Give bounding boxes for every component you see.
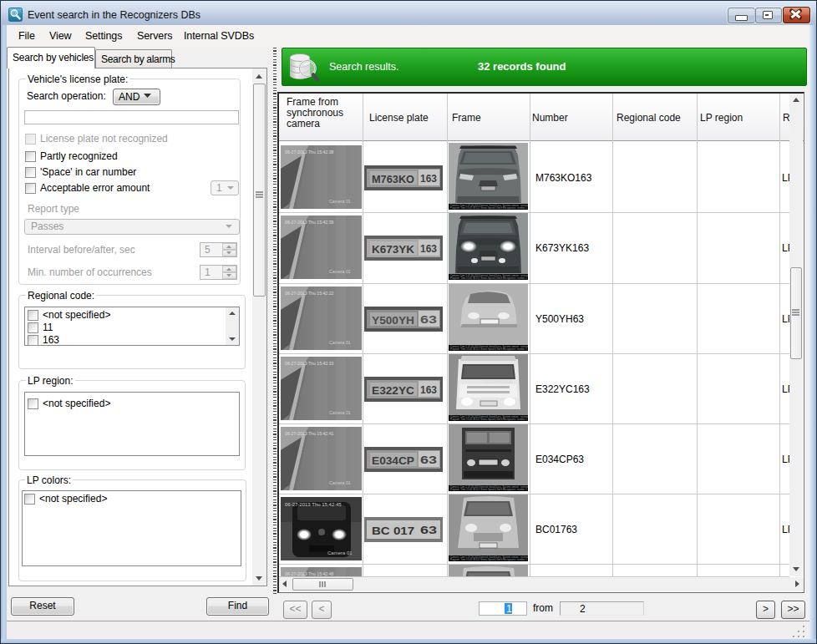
svg-text:63: 63 (420, 314, 437, 326)
svg-text:M763KO: M763KO (372, 173, 414, 185)
svg-text:163: 163 (420, 384, 437, 396)
svg-text:E322YC: E322YC (372, 384, 414, 397)
svg-text:63: 63 (420, 525, 437, 536)
svg-text:Program: Time 15:42:38.512 Si: Program: Time 15:42:38.512 Sintez-Speed … (450, 347, 527, 351)
svg-text:Program: Time 15:42:38.512 Si: Program: Time 15:42:38.512 Sintez-Speed … (450, 418, 527, 421)
svg-text:Camera 01: Camera 01 (329, 410, 351, 415)
svg-text:06-27-2013 Thu 15:42:48: 06-27-2013 Thu 15:42:48 (285, 571, 334, 576)
svg-text:Camera 01: Camera 01 (329, 480, 351, 485)
svg-text:06-27-2013 Thu 15:42:38: 06-27-2013 Thu 15:42:38 (285, 150, 334, 155)
svg-text:Program: Time 15:42:38.512 Si: Program: Time 15:42:38.512 Sintez-Speed … (450, 558, 527, 561)
svg-text:Program: Time 15:42:38.512 Si: Program: Time 15:42:38.512 Sintez-Speed … (450, 206, 527, 210)
svg-text:E034CP: E034CP (372, 454, 414, 467)
svg-text:06-27-2013 Thu 15:42:39: 06-27-2013 Thu 15:42:39 (285, 220, 334, 225)
svg-text:Camera 01: Camera 01 (329, 199, 351, 204)
svg-text:06-27-2013 Thu 15:42:41: 06-27-2013 Thu 15:42:41 (285, 431, 334, 436)
svg-text:Camera 01: Camera 01 (327, 550, 353, 555)
svg-text:Y500YH: Y500YH (372, 314, 414, 327)
svg-text:K673YK: K673YK (372, 243, 414, 256)
svg-text:163: 163 (420, 243, 437, 255)
svg-text:BC 017: BC 017 (372, 525, 414, 537)
svg-text:163: 163 (420, 173, 437, 185)
svg-text:63: 63 (420, 454, 437, 466)
svg-text:06-27-2013 Thu 15:42:45: 06-27-2013 Thu 15:42:45 (285, 502, 342, 507)
svg-text:06-27-2013 Thu 15:42:33: 06-27-2013 Thu 15:42:33 (285, 361, 334, 366)
svg-text:FREIGHTLINER: FREIGHTLINER (482, 379, 513, 384)
svg-text:Program: Time 15:42:38.512 Si: Program: Time 15:42:38.512 Sintez-Speed … (450, 488, 527, 491)
svg-text:Camera 01: Camera 01 (329, 269, 351, 274)
svg-text:06-27-2013 Thu 15:42:22: 06-27-2013 Thu 15:42:22 (285, 291, 334, 296)
svg-text:Camera 01: Camera 01 (329, 340, 351, 345)
svg-text:Program: Time 15:42:38.512 Si: Program: Time 15:42:38.512 Sintez-Speed … (450, 276, 527, 280)
